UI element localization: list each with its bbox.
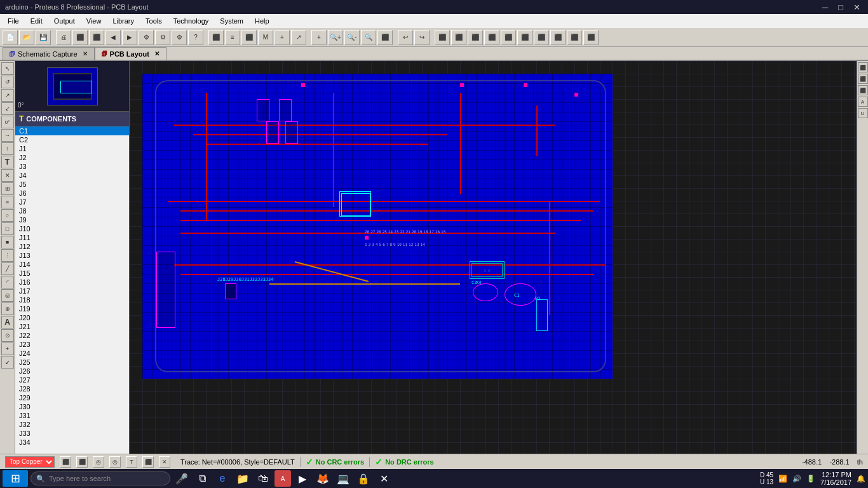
tb-zoom-fit[interactable]: 🔍 [361,30,376,45]
component-item-j14[interactable]: J14 [15,260,129,269]
lt-cross[interactable]: ✕ [1,169,14,182]
component-item-j5[interactable]: J5 [15,180,129,189]
component-item-j19[interactable]: J19 [15,304,129,313]
tb-c1[interactable]: ⬛ [208,30,224,45]
tb-c6[interactable]: ↗ [291,30,306,45]
lt-add[interactable]: + [1,342,14,355]
tb-e8[interactable]: ⬛ [550,30,566,45]
component-item-j17[interactable]: J17 [15,287,129,295]
tb-e10[interactable]: ⬛ [583,30,599,45]
component-item-j8[interactable]: J8 [15,207,129,215]
component-item-j23[interactable]: J23 [15,340,129,349]
lt-probe[interactable]: ↙ [1,356,14,369]
search-bar[interactable]: 🔍 Type here to search [31,471,170,485]
component-item-c2[interactable]: C2 [15,135,129,144]
lt-circle[interactable]: ○ [1,209,14,222]
tb-b2[interactable]: ⬛ [89,30,104,45]
menu-system[interactable]: System [215,16,248,26]
lt-move-u[interactable]: ↑ [1,142,14,155]
start-button[interactable]: ⊞ [3,470,28,487]
canvas-area[interactable]: J28J29J30J31J32J33J34 282726252423222120… [130,61,868,454]
lt-arc[interactable]: ◜ [1,276,14,288]
rt-btn-4[interactable]: A [858,97,868,107]
lt-wire[interactable]: ↙ [1,102,14,115]
component-item-j4[interactable]: J4 [15,171,129,180]
taskbar-computer[interactable]: 💻 [334,470,352,487]
tb-e7[interactable]: ⬛ [534,30,549,45]
lt-labelA[interactable]: A [1,316,14,329]
taskbar-firefox[interactable]: 🦊 [314,470,332,487]
tb-redo[interactable]: ↪ [414,30,430,45]
component-item-j15[interactable]: J15 [15,269,129,278]
taskbar-arduino[interactable]: A [275,470,291,487]
tb-zoom-in[interactable]: 🔍+ [328,30,343,45]
status-tb-4[interactable]: ◎ [109,456,121,468]
tb-new[interactable]: 📄 [3,30,18,45]
layer-selector[interactable]: Top Copper [5,456,55,468]
menu-library[interactable]: Library [107,16,139,26]
taskbar-store[interactable]: 🛍 [254,470,272,487]
component-item-j1[interactable]: J1 [15,144,129,153]
component-item-j16[interactable]: J16 [15,278,129,287]
menu-view[interactable]: View [81,16,107,26]
lt-line[interactable]: ╱ [1,262,14,275]
component-item-c1[interactable]: C1 [15,126,129,135]
tb-print[interactable]: 🖨 [56,30,71,45]
tb-open[interactable]: 📂 [19,30,34,45]
taskbar-notification[interactable]: 🔔 [857,475,865,483]
menu-tools[interactable]: Tools [140,16,167,26]
tb-b4[interactable]: ▶ [122,30,137,45]
tb-b6[interactable]: ⚙ [155,30,170,45]
taskbar-extra[interactable]: ✕ [375,470,393,487]
status-tb-2[interactable]: ⬛ [76,456,88,468]
component-item-j9[interactable]: J9 [15,215,129,224]
clock-display[interactable]: 12:17 PM 7/16/2017 [820,471,851,486]
lt-net[interactable]: ⊕ [1,302,14,315]
component-item-j28[interactable]: J28 [15,384,129,393]
lt-reload[interactable]: ↺ [1,76,14,88]
close-btn[interactable]: ✕ [851,3,863,12]
tab-schematic[interactable]: 🗐 Schematic Capture ✕ [3,47,95,60]
component-item-j11[interactable]: J11 [15,233,129,242]
tb-e5[interactable]: ⬛ [501,30,516,45]
menu-file[interactable]: File [3,16,24,26]
component-item-j20[interactable]: J20 [15,313,129,322]
lt-fill[interactable]: ■ [1,236,14,248]
lt-bus[interactable]: ≡ [1,196,14,208]
tb-zoom-out[interactable]: 🔍- [344,30,360,45]
lt-deg[interactable]: 0° [1,116,14,128]
taskbar-task-view[interactable]: ⧉ [193,470,211,487]
lt-select[interactable]: ↖ [1,62,14,75]
lt-via[interactable]: ⊙ [1,329,14,342]
component-item-j32[interactable]: J32 [15,420,129,429]
lt-rect[interactable]: □ [1,222,14,235]
taskbar-voice[interactable]: 🎤 [173,470,191,487]
status-tb-1[interactable]: ⬛ [60,456,71,468]
tab-pcb[interactable]: 🗐 PCB Layout ✕ [95,47,166,60]
component-item-j24[interactable]: J24 [15,349,129,358]
component-item-j6[interactable]: J6 [15,189,129,198]
tb-e6[interactable]: ⬛ [517,30,532,45]
tb-b3[interactable]: ◀ [105,30,121,45]
component-item-j25[interactable]: J25 [15,358,129,367]
tb-b5[interactable]: ⚙ [139,30,154,45]
component-item-j3[interactable]: J3 [15,162,129,171]
tb-e3[interactable]: ⬛ [468,30,483,45]
menu-technology[interactable]: Technology [168,16,214,26]
components-list[interactable]: C1C2J1J2J3J4J5J6J7J8J9J10J11J12J13J14J15… [15,126,129,454]
component-item-j10[interactable]: J10 [15,224,129,233]
tb-zoom-area[interactable]: ⬛ [377,30,393,45]
status-tb-5[interactable]: T [126,456,137,468]
tb-e1[interactable]: ⬛ [435,30,450,45]
lt-arrow[interactable]: ↗ [1,89,14,102]
lt-text[interactable]: T [1,156,14,168]
lt-comp[interactable]: ⊞ [1,182,14,195]
tb-e4[interactable]: ⬛ [484,30,499,45]
taskbar-vpn[interactable]: 🔒 [355,470,372,487]
component-item-j22[interactable]: J22 [15,331,129,340]
component-item-j30[interactable]: J30 [15,402,129,411]
tb-c4[interactable]: M [258,30,273,45]
component-item-j7[interactable]: J7 [15,198,129,207]
component-item-j13[interactable]: J13 [15,251,129,260]
tb-c2[interactable]: ≡ [225,30,240,45]
